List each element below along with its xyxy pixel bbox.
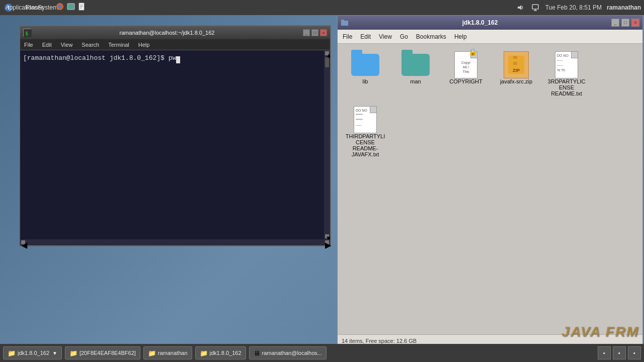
lock-icon: 🔒 [468,48,477,56]
term-minimize-btn[interactable]: _ [303,29,310,36]
zip-icon-wrap: ZIP [501,51,531,78]
svg-rect-17 [513,56,517,59]
terminal-cursor [176,56,180,63]
taskbar-bottom-right: ▪ ▪ ▪ [598,346,641,359]
3rdparty-label: 3RDPARTYLICENSE README.txt [546,78,587,97]
file-item-copyright[interactable]: Copyr Alt r This 🔒 COPYRIGHT [443,49,489,99]
fm-menu-go[interactable]: Go [398,32,410,41]
taskbar-item-terminal[interactable]: 🖥 ramanathan@localhos... [249,346,327,359]
copyright-icon-wrap: Copyr Alt r This 🔒 [451,51,481,78]
taskbar-jdk-icon: 📁 [8,349,16,357]
fm-menu-bookmarks[interactable]: Bookmarks [414,32,448,41]
file-item-lib[interactable]: lib [343,49,388,99]
clock: Tue Feb 20, 8:51 PM [545,4,602,11]
file-item-man[interactable]: man [393,49,438,99]
svg-text:$: $ [25,31,28,36]
system-menu[interactable]: System [42,2,53,13]
term-title-left: $ [23,29,31,37]
network-icon[interactable] [530,3,540,13]
terminal-body[interactable]: [ramanathan@localhost jdk1.8.0_162]$ pw [20,50,324,239]
taskbar-raman-label: ramanathan [158,350,188,356]
scroll-down-arrow[interactable]: ▼ [325,234,329,238]
taskbar-top-left: f Applications Places System [3,2,87,13]
term-body-wrap: [ramanathan@localhost jdk1.8.0_162]$ pw … [20,50,330,239]
nav-btn-1[interactable]: ▪ [598,346,611,359]
file-item-javafx-zip[interactable]: ZIP javafx-src.zip [494,49,539,99]
username: ramanathan [607,4,641,11]
taskbar-item-jdk[interactable]: 📁 jdk1.8.0_162 ▼ [3,346,62,359]
term-scrollbar-v[interactable]: ▲ ▼ [324,50,330,239]
fm-title-icon [341,19,349,27]
svg-rect-15 [341,20,344,22]
scroll-right-arrow[interactable]: ▶ [325,240,329,244]
terminal-window: $ ramanathan@localhost:~/jdk1.8.0_162 _ … [19,25,331,246]
taskbar-item-ramanathan[interactable]: 📁 ramanathan [143,346,192,359]
taskbar-item-hash[interactable]: 📁 [20F8E4EAF8E4BF62] [65,346,140,359]
terminal-text: [ramanathan@localhost jdk1.8.0_162]$ pw [23,53,321,63]
svg-point-3 [58,5,62,9]
taskbar-jdk-label: jdk1.8.0_162 [18,350,49,356]
watermark: JAVA FRM [561,324,639,340]
term-scrollbar-h[interactable]: ◀ ▶ [20,239,330,245]
svg-marker-10 [518,5,521,10]
taskbar-bottom: 📁 jdk1.8.0_162 ▼ 📁 [20F8E4EAF8E4BF62] 📁 … [0,344,644,362]
fm-menu-file[interactable]: File [341,32,354,41]
3rdparty-javafx-icon-wrap: DO NO ***** ***** ----- [350,106,380,133]
file-item-3rdparty[interactable]: DO NO ----- ----- % Th 3RDPARTYLICENSE R… [544,49,589,99]
nav-btn-3[interactable]: ▪ [628,346,641,359]
terminal-prompt: [ramanathan@localhost jdk1.8.0_162]$ pw [23,54,176,62]
nav-btn-2[interactable]: ▪ [613,346,626,359]
fm-close-btn[interactable]: × [631,19,639,27]
term-menu-edit[interactable]: Edit [40,41,54,49]
term-menu-help[interactable]: Help [136,41,152,49]
terminal-titlebar: $ ramanathan@localhost:~/jdk1.8.0_162 _ … [20,26,330,39]
term-menubar: File Edit View Search Terminal Help [20,39,330,50]
lib-icon [350,51,380,78]
term-menu-view[interactable]: View [59,41,75,49]
volume-icon[interactable] [515,3,525,13]
term-controls: _ □ × [303,29,327,36]
man-label: man [410,78,421,84]
fm-minimize-btn[interactable]: _ [611,19,619,27]
fm-status-text: 14 items, Free space: 12.6 GB [342,338,417,344]
term-close-btn[interactable]: × [320,29,327,36]
fm-title: jdk1.8.0_162 [349,19,611,26]
scroll-thumb-v[interactable] [325,57,329,67]
svg-rect-5 [68,5,74,9]
term-menu-search[interactable]: Search [79,41,101,49]
scroll-left-arrow[interactable]: ◀ [21,240,25,244]
firefox-icon[interactable] [55,2,64,13]
file-manager-titlebar: jdk1.8.0_162 _ □ × [338,16,642,30]
3rdparty-javafx-label: THIRDPARTYLICENSE README-JAVAFX.txt [345,133,386,157]
term-menu-file[interactable]: File [22,41,35,49]
taskbar-term-icon: 🖥 [254,349,260,357]
fm-menu-edit[interactable]: Edit [358,32,373,41]
file-manager-window: jdk1.8.0_162 _ □ × File Edit View Go Boo… [337,15,643,347]
fm-maximize-btn[interactable]: □ [621,19,629,27]
3rdparty-javafx-icon: DO NO ***** ***** ----- [354,106,377,133]
copyright-label: COPYRIGHT [449,78,482,84]
fm-window-controls: _ □ × [611,19,639,27]
man-icon [400,51,431,78]
scroll-up-arrow[interactable]: ▲ [325,51,329,55]
term-maximize-btn[interactable]: □ [311,29,318,36]
text-editor-icon[interactable] [77,2,87,13]
folder-icon-man [401,54,430,76]
term-title-icon: $ [23,29,31,37]
taskbar-jdk2-icon: 📁 [200,349,208,357]
taskbar-jdk2-label: jdk1.8.0_162 [210,350,242,356]
term-menu-terminal[interactable]: Terminal [106,41,131,49]
term-title: ramanathan@localhost:~/jdk1.8.0_162 [31,30,303,36]
taskbar-item-jdk2[interactable]: 📁 jdk1.8.0_162 [195,346,246,359]
file-item-3rdparty-javafx[interactable]: DO NO ***** ***** ----- THIRDPARTYLICENS… [343,104,388,159]
taskbar-raman-icon: 📁 [148,349,156,357]
taskbar-jdk-arrow[interactable]: ▼ [52,350,57,356]
3rdparty-icon: DO NO ----- ----- % Th [555,51,578,78]
fm-menu-help[interactable]: Help [452,32,469,41]
lib-label: lib [362,78,368,84]
fm-menu-view[interactable]: View [377,32,394,41]
browser-icon[interactable] [66,2,75,13]
taskbar-top-right: Tue Feb 20, 8:51 PM ramanathan [515,3,641,13]
taskbar-top: f Applications Places System [0,0,644,15]
3rdparty-icon-wrap: DO NO ----- ----- % Th [551,51,582,78]
